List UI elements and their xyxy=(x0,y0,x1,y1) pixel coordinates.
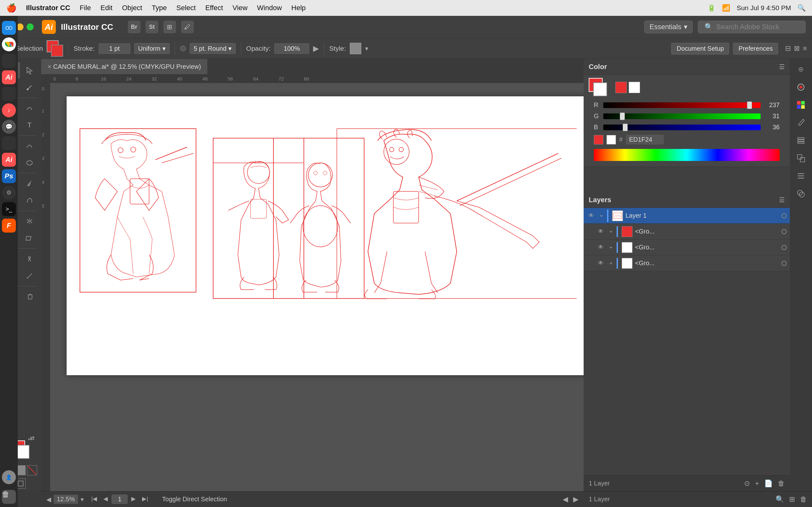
new-layer-btn[interactable]: 📄 xyxy=(764,480,773,488)
page-input[interactable] xyxy=(112,495,128,504)
color-panel-menu-icon[interactable]: ☰ xyxy=(779,63,785,71)
color-panel-icon[interactable] xyxy=(794,80,808,95)
magic-wand-tool[interactable] xyxy=(21,79,38,96)
layer-1-row[interactable]: 👁 Layer 1 xyxy=(583,208,790,224)
search-layers-icon[interactable]: 🔍 xyxy=(775,495,784,504)
color-spectrum[interactable] xyxy=(594,149,780,161)
menu-view[interactable]: View xyxy=(233,4,247,12)
chrome-icon[interactable] xyxy=(2,38,16,51)
b-slider-thumb[interactable] xyxy=(623,124,628,131)
more-btn[interactable]: ▶ xyxy=(313,44,319,53)
fill-stroke-swatches[interactable] xyxy=(47,40,63,57)
layer-1-target-dot[interactable] xyxy=(781,213,786,218)
new-sublayer-btn[interactable]: + xyxy=(755,480,759,488)
first-page-btn[interactable]: |◀ xyxy=(89,495,100,504)
reflect-tool[interactable] xyxy=(21,213,38,229)
preferences-btn[interactable]: Preferences xyxy=(733,43,778,55)
prev-nav-btn[interactable]: ◀ xyxy=(563,495,568,504)
sublayer-2-visibility-icon[interactable]: 👁 xyxy=(596,243,605,252)
music-icon[interactable]: ♪ xyxy=(2,103,16,117)
f360-icon[interactable]: F xyxy=(2,219,16,233)
g-slider-thumb[interactable] xyxy=(620,112,625,120)
menu-type[interactable]: Type xyxy=(152,4,167,12)
new-layer-status-btn[interactable]: ⊞ xyxy=(789,495,795,504)
sublayer-2-row[interactable]: 👁 <Gro... xyxy=(583,239,790,256)
brush-type-dropdown[interactable]: 5 pt. Round ▾ xyxy=(190,43,236,54)
none-mode-btn[interactable] xyxy=(629,82,640,93)
zoom-dropdown-arrow[interactable]: ▾ xyxy=(81,496,84,503)
trash-icon[interactable]: 🗑 xyxy=(2,490,16,504)
search-stock-field[interactable]: 🔍 Search Adobe Stock xyxy=(698,20,806,33)
illustrator-dock-icon[interactable]: Ai xyxy=(2,70,16,84)
last-page-btn[interactable]: ▶| xyxy=(140,495,151,504)
puppet-warp-tool[interactable] xyxy=(21,250,38,267)
finder-icon[interactable] xyxy=(2,21,16,35)
brushes-panel-icon[interactable] xyxy=(794,115,808,130)
style-swatch[interactable] xyxy=(350,43,361,54)
stroke-swatch[interactable] xyxy=(51,45,63,57)
zoom-out-btn[interactable]: ◀ xyxy=(46,496,51,503)
workspace-icon[interactable]: ⊞ xyxy=(163,20,176,33)
sublayer-1-row[interactable]: 👁 <Gro... xyxy=(583,224,790,239)
layer-1-expand-arrow[interactable] xyxy=(598,213,605,218)
user-avatar[interactable]: 👤 xyxy=(2,470,16,484)
menu-edit[interactable]: Edit xyxy=(101,4,113,12)
align-panel-icon[interactable] xyxy=(794,169,808,183)
next-page-btn[interactable]: ▶ xyxy=(129,495,138,504)
opacity-input[interactable] xyxy=(274,43,309,54)
direct-selection-tool[interactable] xyxy=(21,62,38,78)
smooth-tool[interactable] xyxy=(21,192,38,209)
menu-select[interactable]: Select xyxy=(176,4,196,12)
sublayer-1-arrow[interactable] xyxy=(608,229,614,234)
align-icon[interactable]: ⊟ xyxy=(785,44,791,53)
search-icon[interactable]: 🔍 xyxy=(798,4,806,12)
layer-1-visibility-icon[interactable]: 👁 xyxy=(587,211,596,220)
sublayer-2-arrow[interactable] xyxy=(608,245,614,250)
r-slider-thumb[interactable] xyxy=(747,101,752,109)
apple-menu[interactable]: 🍎 xyxy=(6,3,16,13)
bg-color-swatch[interactable] xyxy=(593,82,607,96)
sublayer-1-visibility-icon[interactable]: 👁 xyxy=(596,227,605,236)
app-icon-3[interactable] xyxy=(2,54,16,68)
list-icon[interactable]: ≡ xyxy=(803,44,807,53)
menu-file[interactable]: File xyxy=(80,4,91,12)
prev-page-btn[interactable]: ◀ xyxy=(101,495,110,504)
hex-preview-swatch[interactable] xyxy=(594,135,603,145)
stroke-type-dropdown[interactable]: Uniform ▾ xyxy=(134,43,170,54)
tab-close-icon[interactable]: × xyxy=(48,63,51,70)
delete-layer-btn[interactable]: 🗑 xyxy=(778,480,785,488)
bridge-btn[interactable]: Br xyxy=(128,20,141,33)
messages-icon[interactable]: 💬 xyxy=(2,120,16,134)
menu-help[interactable]: Help xyxy=(292,4,306,12)
menu-object[interactable]: Object xyxy=(122,4,142,12)
pathfinder-panel-icon[interactable] xyxy=(794,186,808,201)
terminal-icon[interactable]: >_ xyxy=(2,202,16,216)
ps-icon[interactable]: Ps xyxy=(2,169,16,183)
menu-effect[interactable]: Effect xyxy=(205,4,223,12)
menu-illustrator[interactable]: Illustrator CC xyxy=(26,4,70,12)
r-slider[interactable] xyxy=(603,102,761,108)
distribute-icon[interactable]: ⊠ xyxy=(794,44,800,53)
app-icon-5[interactable] xyxy=(2,87,16,101)
sublayer-3-visibility-icon[interactable]: 👁 xyxy=(596,259,605,268)
sublayer-2-target-dot[interactable] xyxy=(781,245,786,250)
layers-panel-menu-icon[interactable]: ☰ xyxy=(779,196,785,204)
ai-icon-2[interactable]: Ai xyxy=(2,153,16,167)
vertical-type-tool[interactable]: T xyxy=(21,117,38,133)
delete-layer-status-btn[interactable]: 🗑 xyxy=(800,495,807,504)
g-slider[interactable] xyxy=(603,113,761,119)
swap-colors-icon[interactable]: ⇄ xyxy=(30,435,35,442)
sublayer-3-target-dot[interactable] xyxy=(781,261,786,266)
make-clipping-mask-btn[interactable]: ⊙ xyxy=(744,480,750,488)
hex-white-swatch[interactable] xyxy=(606,135,616,145)
arc-tool[interactable] xyxy=(21,137,38,154)
toggle-direct-selection[interactable]: Toggle Direct Selection xyxy=(162,496,227,503)
properties-panel-icon[interactable] xyxy=(794,62,808,77)
next-nav-btn[interactable]: ▶ xyxy=(573,495,578,504)
essentials-dropdown[interactable]: Essentials ▾ xyxy=(644,20,693,33)
color-mode-btn[interactable] xyxy=(615,82,627,93)
document-setup-btn[interactable]: Document Setup xyxy=(671,43,729,55)
app-icon-8[interactable] xyxy=(2,136,16,150)
arrange-icon[interactable]: 🖊 xyxy=(181,20,194,33)
b-slider[interactable] xyxy=(603,124,761,130)
